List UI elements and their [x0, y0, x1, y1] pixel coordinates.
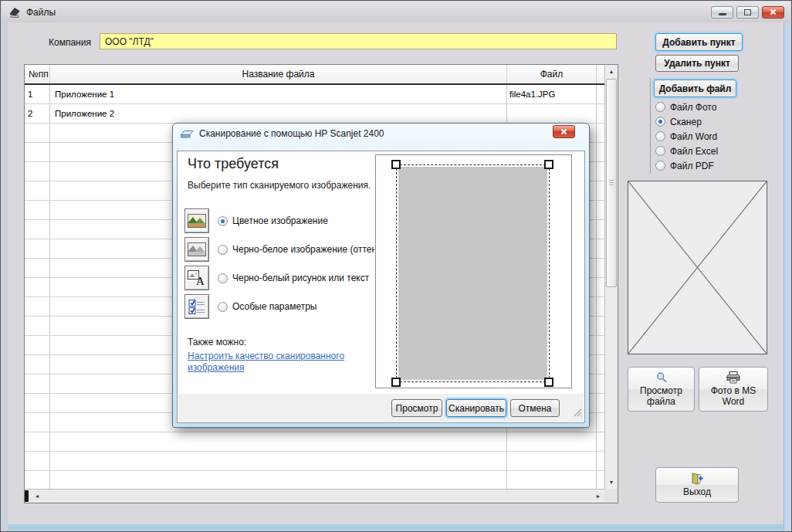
radio-icon[interactable] — [655, 161, 665, 171]
radio-icon[interactable] — [655, 102, 665, 112]
radio-label: Файл Word — [670, 131, 717, 142]
cell-fill — [597, 201, 604, 219]
radio-file-type[interactable]: Файл Excel — [655, 144, 718, 158]
photo-placeholder — [628, 181, 767, 354]
radio-file-type[interactable]: Файл PDF — [655, 158, 718, 173]
radio-label: Файл PDF — [670, 161, 714, 171]
minimize-icon — [719, 13, 726, 15]
radio-label: Сканер — [670, 117, 702, 127]
vertical-scroll-thumb[interactable] — [606, 79, 617, 287]
add-file-button[interactable]: Добавить файл — [654, 80, 736, 97]
table-header: №пп Название файла Файл — [25, 65, 604, 85]
scan-option[interactable]: Черно-белое изображение (оттенки — [184, 237, 374, 262]
radio-icon[interactable] — [218, 273, 228, 283]
company-label: Компания — [49, 37, 91, 48]
radio-file-type[interactable]: Сканер — [655, 114, 718, 129]
radio-icon[interactable] — [655, 146, 665, 156]
cell-fill — [597, 181, 604, 200]
radio-icon[interactable] — [218, 302, 228, 312]
table-row[interactable] — [25, 432, 604, 452]
vertical-scrollbar[interactable]: ▲ ▼ — [604, 65, 618, 489]
dialog-button-bar: Просмотр Сканировать Отмена — [178, 394, 584, 422]
scan-option[interactable]: AЧерно-белый рисунок или текст — [184, 266, 369, 290]
selection-marquee[interactable] — [396, 164, 550, 382]
cell-fill — [597, 85, 604, 103]
company-input[interactable]: ООО "ЛТД" — [100, 33, 617, 49]
scroll-left-icon[interactable]: ◄ — [31, 490, 43, 503]
cell-fill — [597, 452, 604, 470]
color-photo-icon[interactable] — [184, 208, 209, 233]
grayscale-photo-icon[interactable] — [184, 237, 209, 262]
column-header-name[interactable]: Название файла — [50, 65, 507, 83]
photo-to-word-button[interactable]: Фото в MS Word — [699, 367, 768, 412]
column-header-file[interactable]: Файл — [507, 65, 597, 83]
cell-num — [25, 413, 50, 432]
cell-num — [25, 143, 50, 161]
radio-file-type[interactable]: Файл Фото — [655, 100, 718, 114]
exit-label: Выход — [683, 486, 711, 497]
dialog-close-button[interactable] — [553, 125, 575, 138]
cell-num — [25, 181, 50, 200]
scan-dialog: Сканирование с помощью HP Scanjet 2400 Ч… — [172, 123, 590, 428]
resize-grip[interactable] — [573, 406, 582, 420]
cell-num: 2 — [25, 104, 50, 123]
horizontal-scroll-thumb[interactable] — [25, 490, 29, 502]
scroll-up-icon[interactable]: ▲ — [605, 65, 618, 78]
column-header-num[interactable]: №пп — [25, 65, 50, 83]
cell-file — [507, 471, 597, 489]
cell-fill — [597, 374, 604, 393]
radio-icon[interactable] — [655, 131, 665, 141]
radio-selected-icon[interactable] — [218, 216, 228, 226]
horizontal-scrollbar[interactable]: ◄ ► — [25, 489, 604, 503]
scan-option[interactable]: Особые параметры — [184, 294, 317, 319]
selection-handle-top-left[interactable] — [391, 160, 401, 169]
cell-num — [25, 317, 50, 335]
radio-file-type[interactable]: Файл Word — [655, 129, 718, 144]
scroll-down-icon[interactable]: ▼ — [605, 476, 618, 489]
radio-label: Файл Фото — [670, 102, 716, 113]
scan-heading: Что требуется — [188, 156, 279, 172]
delete-item-button[interactable]: Удалить пункт — [655, 55, 739, 72]
cell-fill — [597, 259, 604, 277]
scan-quality-link[interactable]: Настроить качество сканированного изобра… — [188, 351, 353, 374]
table-row[interactable] — [25, 452, 604, 471]
column-header-filler — [597, 65, 604, 83]
table-row[interactable]: 2Приложение 2 — [25, 104, 604, 124]
magnifier-icon — [655, 371, 668, 384]
radio-icon[interactable] — [218, 245, 228, 255]
preview-file-button[interactable]: Просмотр файла — [628, 367, 695, 412]
maximize-button[interactable] — [736, 6, 759, 19]
cell-fill — [597, 143, 604, 161]
cell-file — [507, 432, 597, 451]
close-button[interactable] — [762, 6, 784, 19]
table-row[interactable] — [25, 471, 604, 489]
add-item-button[interactable]: Добавить пункт — [655, 33, 743, 51]
dialog-cancel-button[interactable]: Отмена — [510, 399, 560, 417]
scan-dialog-titlebar[interactable]: Сканирование с помощью HP Scanjet 2400 — [173, 124, 589, 144]
cell-num — [25, 355, 50, 374]
selection-handle-bottom-left[interactable] — [391, 378, 401, 387]
cell-num — [25, 471, 50, 489]
cell-file: file4a1.JPG — [507, 85, 597, 103]
dialog-scan-button[interactable]: Сканировать — [446, 399, 506, 417]
selection-handle-top-right[interactable] — [544, 160, 553, 169]
window-border-bottom — [8, 524, 784, 530]
cell-num — [25, 374, 50, 393]
window-border-left — [2, 22, 8, 530]
scan-option[interactable]: Цветное изображение — [184, 208, 328, 233]
exit-button[interactable]: Выход — [655, 467, 739, 503]
exit-door-icon — [690, 473, 704, 485]
cell-num — [25, 220, 50, 239]
cell-num — [25, 432, 50, 451]
custom-settings-icon[interactable] — [184, 294, 209, 319]
table-row[interactable]: 1Приложение 1file4a1.JPG — [25, 85, 604, 104]
scan-option-label: Особые параметры — [232, 301, 317, 312]
minimize-button[interactable] — [711, 6, 733, 19]
cell-fill — [597, 297, 604, 316]
scroll-right-icon[interactable]: ► — [592, 490, 604, 503]
selection-handle-bottom-right[interactable] — [544, 378, 553, 387]
window-titlebar[interactable]: Файлы — [2, 2, 790, 22]
dialog-preview-button[interactable]: Просмотр — [391, 399, 442, 417]
radio-selected-icon[interactable] — [655, 117, 665, 127]
bw-drawing-icon[interactable]: A — [184, 266, 209, 290]
